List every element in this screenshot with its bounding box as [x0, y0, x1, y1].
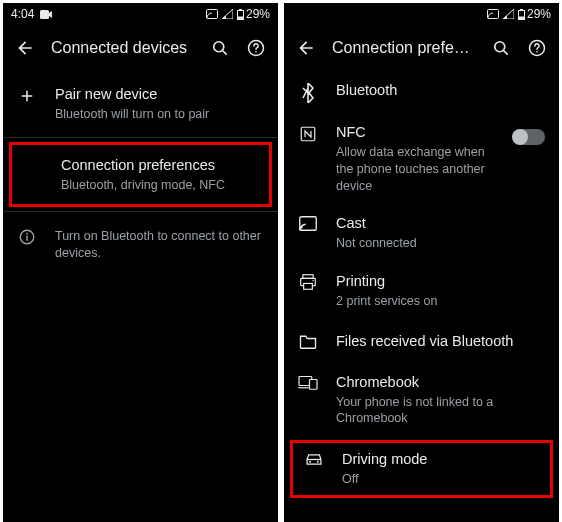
page-title: Connected devices [51, 39, 194, 57]
row-secondary: Bluetooth, driving mode, NFC [61, 177, 258, 194]
row-secondary: Your phone is not linked to a Chromebook [336, 394, 545, 428]
printer-icon [298, 272, 318, 290]
row-secondary: Allow data exchange when the phone touch… [336, 144, 495, 195]
row-secondary: 2 print services on [336, 293, 545, 310]
bluetooth-icon [298, 81, 318, 103]
svg-line-6 [223, 51, 227, 55]
row-secondary: Off [342, 471, 539, 488]
devices-icon [298, 373, 318, 390]
svg-rect-10 [26, 236, 28, 241]
svg-point-22 [300, 229, 302, 231]
svg-point-16 [495, 42, 505, 52]
driving-mode-row[interactable]: Driving mode Off [290, 440, 553, 498]
signal-icon [503, 9, 514, 19]
row-primary: Pair new device [55, 85, 264, 104]
svg-line-17 [504, 51, 508, 55]
appbar: Connected devices [3, 25, 278, 71]
search-icon[interactable] [210, 38, 230, 58]
nfc-icon [298, 123, 318, 143]
svg-rect-14 [520, 9, 523, 11]
camera-icon [40, 10, 52, 19]
pair-new-device-row[interactable]: Pair new device Bluetooth will turn on t… [3, 71, 278, 137]
row-secondary: Bluetooth will turn on to pair [55, 106, 264, 123]
row-primary: NFC [336, 123, 495, 142]
svg-point-26 [312, 280, 313, 281]
battery-icon [237, 9, 244, 20]
statusbar-time: 4:04 [11, 7, 34, 21]
chromebook-row[interactable]: Chromebook Your phone is not linked to a… [284, 363, 559, 438]
folder-icon [298, 332, 318, 349]
back-icon[interactable] [15, 38, 35, 58]
battery-icon [518, 9, 525, 20]
page-title: Connection preferen... [332, 39, 475, 57]
signal-icon [222, 9, 233, 19]
statusbar-battery: 29% [527, 7, 551, 21]
row-primary: Cast [336, 214, 545, 233]
svg-point-8 [255, 51, 257, 53]
row-primary: Connection preferences [61, 156, 258, 175]
svg-rect-11 [26, 233, 28, 235]
info-text: Turn on Bluetooth to connect to other de… [55, 228, 264, 262]
svg-rect-15 [519, 16, 524, 19]
svg-point-31 [317, 461, 319, 463]
row-secondary: Not connected [336, 235, 545, 252]
svg-rect-3 [239, 9, 242, 11]
cast-status-icon [206, 9, 218, 19]
printing-row[interactable]: Printing 2 print services on [284, 262, 559, 320]
help-icon[interactable] [527, 38, 547, 58]
svg-rect-4 [238, 16, 243, 19]
bluetooth-row[interactable]: Bluetooth [284, 71, 559, 113]
row-primary: Printing [336, 272, 545, 291]
plus-icon [17, 85, 37, 105]
row-primary: Driving mode [342, 450, 539, 469]
cast-row[interactable]: Cast Not connected [284, 204, 559, 262]
cast-icon [298, 214, 318, 231]
help-icon[interactable] [246, 38, 266, 58]
svg-rect-21 [300, 217, 317, 231]
svg-rect-0 [40, 10, 49, 19]
spacer-icon [23, 156, 43, 158]
info-row: Turn on Bluetooth to connect to other de… [3, 212, 278, 276]
row-primary: Files received via Bluetooth [336, 332, 545, 351]
row-primary: Chromebook [336, 373, 545, 392]
phone-left: 4:04 29% Connected devices [3, 3, 278, 522]
svg-rect-28 [310, 379, 318, 389]
svg-rect-1 [206, 10, 217, 19]
statusbar-battery: 29% [246, 7, 270, 21]
svg-point-19 [536, 51, 538, 53]
statusbar: 29% [284, 3, 559, 25]
svg-rect-12 [487, 10, 498, 19]
connection-preferences-row[interactable]: Connection preferences Bluetooth, drivin… [9, 142, 272, 208]
nfc-row[interactable]: NFC Allow data exchange when the phone t… [284, 113, 559, 204]
info-icon [17, 226, 37, 246]
statusbar: 4:04 29% [3, 3, 278, 25]
svg-rect-25 [304, 284, 313, 290]
search-icon[interactable] [491, 38, 511, 58]
car-icon [304, 450, 324, 467]
divider [3, 137, 278, 138]
nfc-switch[interactable] [513, 129, 545, 145]
svg-point-30 [309, 461, 311, 463]
files-row[interactable]: Files received via Bluetooth [284, 320, 559, 363]
appbar: Connection preferen... [284, 25, 559, 71]
cast-status-icon [487, 9, 499, 19]
phone-right: 29% Connection preferen... Bluetooth NFC… [284, 3, 559, 522]
svg-point-5 [214, 42, 224, 52]
back-icon[interactable] [296, 38, 316, 58]
row-primary: Bluetooth [336, 81, 545, 100]
